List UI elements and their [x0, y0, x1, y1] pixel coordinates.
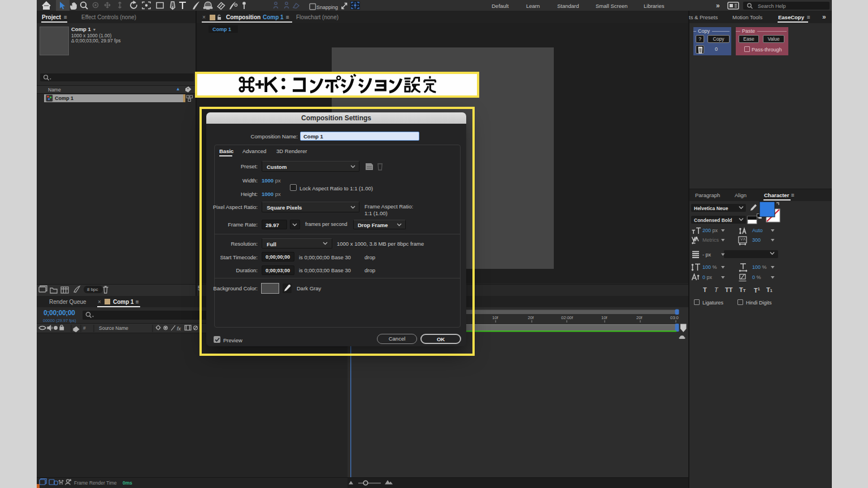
svg-text:fx: fx	[177, 326, 181, 332]
